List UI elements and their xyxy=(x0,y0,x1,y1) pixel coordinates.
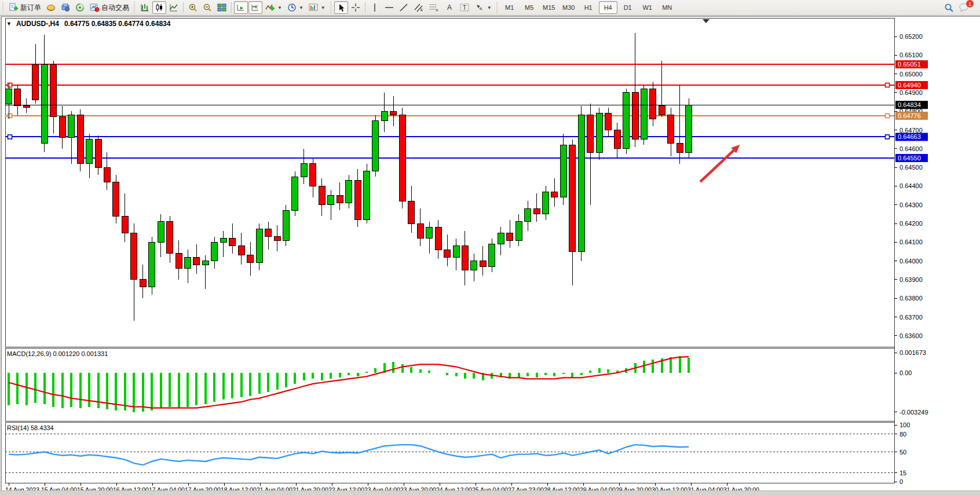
bear-candle xyxy=(650,89,656,119)
macd-indicator-name: MACD(12,26,9) xyxy=(7,350,51,357)
symbol-period-label: AUDUSD-,H4 xyxy=(16,20,59,28)
zoom-out-button[interactable] xyxy=(200,1,214,14)
bull-candle xyxy=(149,242,155,287)
level-price-label: 0.64663 xyxy=(898,133,921,140)
equidistant-channel-tool-button[interactable]: E xyxy=(411,1,426,14)
toolbar-grip[interactable] xyxy=(496,2,499,13)
svg-text:A: A xyxy=(447,3,452,12)
zoom-in-button[interactable] xyxy=(186,1,200,14)
toolbar-grip[interactable] xyxy=(2,2,5,13)
bull-candle xyxy=(301,164,307,177)
bull-candle xyxy=(641,89,647,139)
vertical-line-tool-button[interactable] xyxy=(368,1,382,14)
autotrading-button[interactable]: 自动交易 xyxy=(87,1,131,14)
bear-candle xyxy=(337,196,343,203)
tile-windows-button[interactable] xyxy=(215,1,229,14)
rsi-indicator-name: RSI(14) xyxy=(7,424,29,431)
connection-button[interactable] xyxy=(73,1,87,14)
dropdown-caret-icon: ▼ xyxy=(277,5,282,10)
svg-text:F: F xyxy=(436,9,438,12)
timeframe-toolbar: M1M5M15M30H1H4D1W1MN xyxy=(500,1,677,14)
horizontal-line-tool-button[interactable] xyxy=(382,1,396,14)
bull-candle xyxy=(185,257,191,268)
timeframe-M5[interactable]: M5 xyxy=(520,1,539,14)
bear-candle xyxy=(480,261,486,267)
horizontal-line-icon xyxy=(385,3,394,12)
profile-button[interactable] xyxy=(58,1,72,14)
trendline-tool-button[interactable] xyxy=(397,1,411,14)
rsi-axis-label: 15 xyxy=(899,470,906,476)
level-handle[interactable] xyxy=(8,135,12,139)
bar-chart-type-button[interactable] xyxy=(138,1,152,14)
toolbar-grip[interactable] xyxy=(330,2,332,13)
chart-canvas[interactable]: 0.652000.651000.650000.649000.648000.647… xyxy=(2,17,980,492)
bear-candle xyxy=(14,89,21,105)
bear-candle xyxy=(399,115,405,201)
new-order-button[interactable]: 新订单 xyxy=(6,1,43,14)
dropdown-caret-icon: ▼ xyxy=(321,5,326,10)
bull-candle xyxy=(220,239,226,242)
timeframe-D1[interactable]: D1 xyxy=(619,1,637,14)
dropdown-caret-icon: ▼ xyxy=(299,5,303,10)
bid-price-label: 0.64834 xyxy=(898,101,921,108)
level-price-label: 0.65051 xyxy=(898,61,921,68)
price-axis-label: 0.64300 xyxy=(899,201,923,208)
text-label-tool-button[interactable]: T xyxy=(457,1,472,14)
rsi-pane-label: RSI(14) 58.4334 xyxy=(7,424,54,431)
notifications-button[interactable]: 1 xyxy=(957,1,972,14)
bear-candle xyxy=(310,164,316,186)
chart-shift-button[interactable] xyxy=(248,1,262,14)
timeframe-M1[interactable]: M1 xyxy=(500,1,519,14)
timeframe-H4[interactable]: H4 xyxy=(599,1,617,14)
timeframe-MN[interactable]: MN xyxy=(658,1,677,14)
toolbar-grip[interactable] xyxy=(133,2,136,13)
macd-axis-label: -0.003249 xyxy=(899,409,928,416)
rsi-axis-label: 80 xyxy=(899,431,906,438)
text-tool-button[interactable]: A xyxy=(443,1,456,14)
cursor-button[interactable] xyxy=(334,1,348,14)
timeframe-H1[interactable]: H1 xyxy=(579,1,598,14)
line-chart-icon xyxy=(169,3,178,12)
navigator-button[interactable] xyxy=(44,1,58,14)
indicators-button[interactable]: ▼ xyxy=(263,1,284,14)
candlestick-chart-type-button[interactable] xyxy=(152,1,166,14)
bear-candle xyxy=(77,115,83,164)
crosshair-icon xyxy=(351,3,360,12)
bear-candle xyxy=(632,93,638,140)
rsi-axis-label: 100 xyxy=(899,421,910,428)
bear-candle xyxy=(551,192,558,197)
search-button[interactable] xyxy=(942,1,956,14)
bear-candle xyxy=(193,257,200,265)
periods-button[interactable]: ▼ xyxy=(285,1,306,14)
level-handle[interactable] xyxy=(886,135,890,139)
timeframe-M30[interactable]: M30 xyxy=(560,1,578,14)
bear-candle xyxy=(131,233,137,280)
periods-clock-icon xyxy=(287,3,297,12)
bear-candle xyxy=(605,113,612,130)
collapse-triangle-icon[interactable]: ▼ xyxy=(6,21,12,27)
arrows-tool-button[interactable]: ▼ xyxy=(473,1,494,14)
level-handle[interactable] xyxy=(886,83,890,87)
autotrading-label: 自动交易 xyxy=(101,3,129,13)
bear-candle xyxy=(462,246,468,270)
price-axis-label: 0.64000 xyxy=(899,258,923,265)
new-order-label: 新订单 xyxy=(20,3,41,13)
auto-scroll-button[interactable] xyxy=(234,1,248,14)
bull-candle xyxy=(498,233,504,244)
line-chart-type-button[interactable] xyxy=(167,1,181,14)
macd-axis-label: 0.00 xyxy=(899,369,912,376)
indicators-icon xyxy=(265,3,275,12)
templates-button[interactable]: ▼ xyxy=(306,1,328,14)
auto-scroll-icon xyxy=(236,3,246,12)
bear-candle xyxy=(247,255,254,263)
timeframe-M15[interactable]: M15 xyxy=(540,1,558,14)
timeframe-W1[interactable]: W1 xyxy=(638,1,657,14)
price-axis-label: 0.64500 xyxy=(899,164,923,171)
bear-candle xyxy=(167,222,173,254)
rsi-axis-label: 50 xyxy=(899,449,906,456)
bear-candle xyxy=(390,111,397,115)
fibonacci-tool-button[interactable]: F xyxy=(427,1,442,14)
crosshair-button[interactable] xyxy=(349,1,363,14)
level-handle[interactable] xyxy=(886,113,890,118)
bear-candle xyxy=(435,227,441,250)
